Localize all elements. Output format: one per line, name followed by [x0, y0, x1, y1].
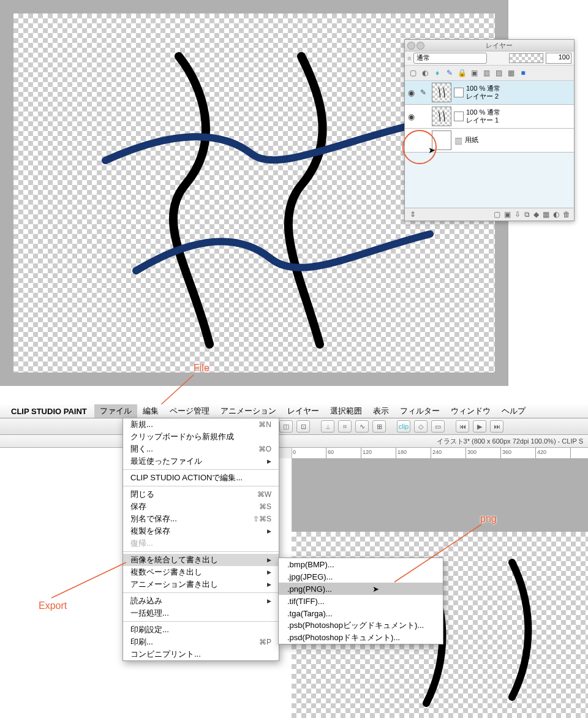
tool-crop-icon[interactable]: ◫ [279, 420, 293, 433]
document-title: イラスト3* (800 x 600px 72dpi 100.0%) - CLIP… [0, 435, 588, 448]
menu-help[interactable]: ヘルプ [496, 404, 531, 418]
layer-thumbnail[interactable] [432, 83, 451, 102]
layer-footer: ⇕ ▢ ▣ ⇩ ⧉ ◆ ▦ ◐ 🗑 [405, 208, 574, 221]
menu-selection[interactable]: 選択範囲 [325, 404, 368, 418]
new-layer-icon[interactable]: ▢ [494, 210, 500, 219]
ruler-icon[interactable]: ▦ [507, 69, 515, 77]
menu-item[interactable]: 印刷設定... [123, 624, 279, 636]
menu-item[interactable]: アニメーション書き出し▶ [123, 578, 279, 591]
layers-panel-titlebar[interactable]: レイヤー [405, 40, 574, 51]
apply-icon[interactable]: ◐ [553, 210, 559, 219]
paper-icon: ▥ [454, 135, 462, 145]
menu-item: 復帰... [123, 537, 279, 550]
menu-item[interactable]: 複製を保存▶ [123, 525, 279, 537]
tool-smartphone-icon[interactable]: ▭ [431, 420, 445, 433]
menu-window[interactable]: ウィンドウ [445, 404, 496, 418]
blend-mode-row: ≡ 通常 100 [405, 51, 574, 66]
svg-line-1 [51, 562, 126, 598]
opacity-input[interactable]: 100 [546, 53, 571, 64]
layer-label: 用紙 [465, 136, 478, 144]
submenu-item[interactable]: .png(PNG)... [279, 583, 443, 595]
menu-item[interactable]: 別名で保存...⇧⌘S [123, 513, 279, 525]
layer-item[interactable]: ◉ ✎ 100 % 通常 レイヤー 2 [405, 81, 574, 105]
menu-separator [123, 486, 279, 486]
combine-icon[interactable]: ◆ [533, 210, 539, 219]
menu-separator [123, 621, 279, 622]
menu-view[interactable]: 表示 [368, 404, 394, 418]
tool-bounds-icon[interactable]: ⊡ [296, 420, 310, 433]
menu-edit[interactable]: 編集 [137, 404, 164, 418]
layer-label: 100 % 通常 レイヤー 2 [466, 85, 500, 100]
menu-layer[interactable]: レイヤー [282, 404, 325, 418]
menu-filter[interactable]: フィルター [394, 404, 445, 418]
menubar[interactable]: CLIP STUDIO PAINT ファイル 編集 ページ管理 アニメーション … [0, 404, 588, 418]
submenu-item[interactable]: .tif(TIFF)... [279, 595, 443, 607]
menu-item[interactable]: CLIP STUDIO ACTIONで編集... [123, 472, 279, 484]
svg-line-2 [394, 524, 481, 582]
mask-create-icon[interactable]: ▦ [543, 210, 549, 219]
layer-thumbnail[interactable] [432, 107, 451, 126]
traffic-lights[interactable] [407, 42, 424, 50]
new-folder-icon[interactable]: ▣ [504, 210, 511, 219]
menu-separator [123, 551, 279, 552]
tool-last-icon[interactable]: ⏭ [490, 420, 503, 433]
visibility-icon[interactable]: ◉ [405, 112, 417, 121]
menu-animation[interactable]: アニメーション [215, 404, 282, 418]
merge-icon[interactable]: ⧉ [524, 210, 530, 219]
menu-item[interactable]: 読み込み▶ [123, 595, 279, 607]
delete-layer-icon[interactable]: 🗑 [563, 210, 570, 219]
menu-file[interactable]: ファイル [94, 404, 137, 418]
mask-icon[interactable]: ▨ [494, 69, 503, 77]
menu-item[interactable]: 印刷...⌘P [123, 636, 279, 648]
menu-page[interactable]: ページ管理 [164, 404, 215, 418]
blend-mode-select[interactable]: 通常 [413, 53, 487, 64]
tool-play-icon[interactable]: ▶ [473, 420, 486, 433]
tool-snap4-icon[interactable]: ⊞ [372, 420, 386, 433]
submenu-item[interactable]: .psd(Photoshopドキュメント)... [279, 632, 443, 644]
menu-item[interactable]: 新規...⌘N [123, 418, 279, 431]
layer-label: 100 % 通常 レイヤー 1 [466, 108, 500, 124]
app-toolbar: ◫ ⊡ ⟂ ⌗ ∿ ⊞ clip ◇ ▭ ⏮ ▶ ⏭ [0, 418, 588, 435]
tool-snap2-icon[interactable]: ⌗ [338, 420, 352, 433]
scroll-icon[interactable]: ⇕ [410, 210, 416, 219]
editing-icon[interactable]: ✎ [417, 88, 429, 97]
tool-snap3-icon[interactable]: ∿ [355, 420, 369, 433]
tool-first-icon[interactable]: ⏮ [456, 420, 469, 433]
menu-item[interactable]: 一括処理... [123, 607, 279, 619]
tool-clip-icon[interactable]: clip [397, 420, 410, 433]
layers-panel-title: レイヤー [424, 41, 574, 50]
menu-item[interactable]: 複数ページ書き出し▶ [123, 566, 279, 578]
menu-item[interactable]: コンビニプリント... [123, 648, 279, 660]
submenu-item[interactable]: .tga(Targa)... [279, 607, 443, 619]
app-name[interactable]: CLIP STUDIO PAINT [11, 407, 87, 416]
mask-thumbnail[interactable] [454, 111, 464, 121]
color-icon[interactable]: ■ [519, 69, 527, 77]
submenu-item[interactable]: .psb(Photoshopビッグドキュメント)... [279, 619, 443, 632]
menu-item[interactable]: 閉じる⌘W [123, 488, 279, 501]
menu-item[interactable]: 最近使ったファイル▶ [123, 455, 279, 467]
annotation-line [392, 523, 484, 584]
opacity-slider[interactable] [509, 53, 543, 63]
visibility-icon[interactable]: ◉ [405, 88, 417, 97]
layers-panel[interactable]: レイヤー ≡ 通常 100 ▢ ◐ ♦ ✎ 🔒 ▣ ▥ ▨ ▦ ■ ◉ ✎ [404, 39, 575, 221]
palette-icon[interactable]: ▥ [482, 69, 491, 77]
lock-transparent-icon[interactable]: ◐ [421, 69, 429, 77]
tool-assist-icon[interactable]: ◇ [414, 420, 428, 433]
menu-separator [123, 469, 279, 470]
reference-icon[interactable]: ♦ [433, 69, 442, 77]
menu-item[interactable]: 画像を統合して書き出し▶ [123, 554, 279, 566]
lock-icon[interactable]: 🔒 [458, 69, 466, 77]
layer-item[interactable]: ◉ 100 % 通常 レイヤー 1 [405, 105, 574, 129]
file-menu-dropdown[interactable]: 新規...⌘Nクリップボードから新規作成開く...⌘O最近使ったファイル▶CLI… [123, 418, 279, 661]
menu-item[interactable]: 開く...⌘O [123, 443, 279, 455]
menu-separator [123, 592, 279, 593]
mask-thumbnail[interactable] [454, 88, 464, 97]
draft-icon[interactable]: ✎ [445, 69, 454, 77]
menu-item[interactable]: クリップボードから新規作成 [123, 431, 279, 443]
ref-layer-icon[interactable]: ▣ [470, 69, 478, 77]
menu-item[interactable]: 保存⌘S [123, 501, 279, 513]
cursor-icon: ➤ [428, 145, 435, 155]
transfer-icon[interactable]: ⇩ [514, 210, 521, 219]
tool-snap1-icon[interactable]: ⟂ [321, 420, 334, 433]
clip-icon[interactable]: ▢ [409, 69, 417, 77]
